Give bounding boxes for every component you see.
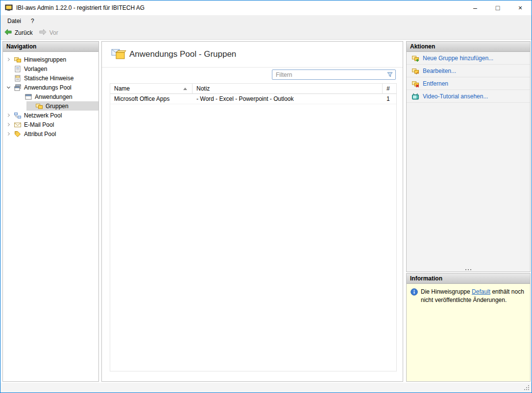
back-button-label: Zurück [15, 29, 33, 36]
panel-splitter[interactable] [407, 268, 530, 272]
navigation-panel-header: Navigation [3, 42, 98, 52]
filter-input[interactable] [272, 69, 396, 80]
forward-button[interactable]: Vor [39, 28, 58, 37]
column-label: Notiz [196, 85, 210, 92]
navigation-toolbar: Zurück Vor [0, 26, 532, 40]
cell-count: 1 [383, 94, 396, 104]
chevron-right-icon[interactable] [5, 114, 12, 116]
filter-box [272, 69, 396, 80]
window-controls: – □ × [464, 0, 532, 15]
status-bar [0, 383, 532, 393]
add-group-icon [411, 54, 419, 62]
static-hints-icon [14, 74, 22, 82]
templates-icon [14, 65, 22, 73]
nav-item-anwendungen[interactable]: Anwendungen [3, 92, 98, 101]
action-label: Entfernen [423, 80, 448, 87]
actions-panel: Aktionen Neue Gruppe hinzufügen... [406, 41, 531, 272]
remove-group-action[interactable]: Entfernen [407, 77, 530, 90]
main-content-panel: Anwendungs Pool - Gruppen Name Notiz [101, 41, 403, 382]
nav-item-attribut-pool[interactable]: Attribut Pool [3, 129, 98, 139]
information-body: Die Hinweisgruppe Default enthält noch n… [407, 284, 530, 381]
edit-group-icon [411, 67, 419, 75]
edit-group-action[interactable]: Bearbeiten... [407, 65, 530, 77]
navigation-panel: Navigation Hinweisgruppen [2, 41, 99, 382]
nav-item-label: Hinweisgruppen [24, 56, 66, 63]
groups-table: Name Notiz # Microsoft Office Apps - Wor… [110, 83, 397, 371]
attribute-pool-icon [14, 130, 22, 138]
network-pool-icon [14, 112, 22, 119]
minimize-button[interactable]: – [464, 0, 486, 15]
nav-item-anwendungs-pool[interactable]: Anwendungs Pool [3, 83, 98, 92]
column-header-name[interactable]: Name [110, 84, 193, 93]
main-header: Anwendungs Pool - Gruppen [102, 42, 403, 68]
video-tutorial-action[interactable]: Video-Tutorial ansehen... [407, 90, 530, 103]
nav-item-label: Anwendungen [35, 93, 73, 100]
nav-item-label: Gruppen [46, 103, 69, 110]
nav-item-label: Netzwerk Pool [24, 112, 62, 119]
menubar: Datei ? [0, 15, 532, 26]
nav-item-label: Vorlagen [24, 66, 47, 72]
back-button[interactable]: Zurück [4, 28, 33, 37]
chevron-down-icon[interactable] [5, 87, 12, 88]
nav-item-vorlagen[interactable]: Vorlagen [3, 64, 98, 73]
action-label: Bearbeiten... [423, 68, 456, 74]
nav-item-label: E-Mail Pool [24, 121, 54, 128]
navigation-tree: Hinweisgruppen Vorlagen [3, 52, 98, 139]
video-tutorial-icon [411, 92, 419, 100]
action-label: Neue Gruppe hinzufügen... [423, 55, 493, 62]
nav-item-email-pool[interactable]: E-Mail Pool [3, 120, 98, 129]
info-icon [411, 288, 418, 296]
forward-button-label: Vor [49, 29, 58, 36]
information-text-before: Die Hinweisgruppe [421, 288, 472, 295]
close-button[interactable]: × [509, 0, 532, 15]
actions-list: Neue Gruppe hinzufügen... Bearbeiten... [407, 52, 530, 272]
cell-notiz: - Word - Excel - Powerpoint - Outlook [193, 94, 383, 104]
nav-item-gruppen[interactable]: Gruppen [3, 101, 98, 111]
application-pool-icon [14, 84, 22, 92]
nav-item-statische-hinweise[interactable]: Statische Hinweise [3, 73, 98, 83]
table-row[interactable]: Microsoft Office Apps - Word - Excel - P… [110, 94, 396, 104]
email-pool-icon [14, 121, 22, 129]
titlebar: IBI-aws Admin 1.22.0 - registriert für I… [0, 0, 532, 15]
applications-icon [24, 93, 33, 101]
column-header-notiz[interactable]: Notiz [193, 84, 383, 93]
menu-datei[interactable]: Datei [2, 16, 26, 26]
nav-item-netzwerk-pool[interactable]: Netzwerk Pool [3, 111, 98, 120]
splitter-dots-icon [468, 269, 469, 270]
cell-name: Microsoft Office Apps [110, 94, 193, 104]
groups-page-icon [111, 47, 126, 63]
remove-group-icon [411, 80, 419, 88]
nav-item-hinweisgruppen[interactable]: Hinweisgruppen [3, 55, 98, 64]
chevron-right-icon[interactable] [5, 133, 12, 135]
chevron-right-icon[interactable] [5, 123, 12, 126]
column-label: Name [114, 85, 130, 92]
resize-grip[interactable] [524, 385, 530, 391]
chevron-right-icon[interactable] [5, 58, 12, 61]
nav-item-label: Statische Hinweise [24, 75, 73, 82]
information-message: Die Hinweisgruppe Default enthält noch n… [421, 288, 526, 304]
nav-item-label: Anwendungs Pool [24, 84, 72, 91]
add-group-action[interactable]: Neue Gruppe hinzufügen... [407, 52, 530, 65]
information-panel-header: Information [407, 274, 530, 284]
maximize-button[interactable]: □ [486, 0, 509, 15]
information-panel: Information Die Hinweisgruppe Default en… [406, 273, 531, 382]
page-title: Anwendungs Pool - Gruppen [129, 49, 236, 59]
app-window: IBI-aws Admin 1.22.0 - registriert für I… [0, 0, 532, 393]
table-header: Name Notiz # [110, 84, 396, 94]
action-label: Video-Tutorial ansehen... [423, 93, 488, 100]
back-arrow-icon [4, 28, 12, 37]
hint-groups-icon [14, 56, 22, 64]
groups-icon [35, 102, 44, 110]
filter-funnel-icon[interactable] [387, 71, 393, 79]
column-label: # [387, 85, 390, 92]
column-header-count[interactable]: # [383, 84, 396, 93]
actions-panel-header: Aktionen [407, 42, 530, 52]
window-title: IBI-aws Admin 1.22.0 - registriert für I… [16, 4, 145, 11]
resize-grip-dots-icon [524, 385, 525, 386]
sort-ascending-icon [183, 88, 187, 90]
app-icon [5, 4, 13, 12]
nav-item-label: Attribut Pool [24, 131, 56, 138]
forward-arrow-icon [39, 28, 47, 37]
menu-help[interactable]: ? [26, 16, 39, 26]
default-group-link[interactable]: Default [472, 288, 490, 295]
